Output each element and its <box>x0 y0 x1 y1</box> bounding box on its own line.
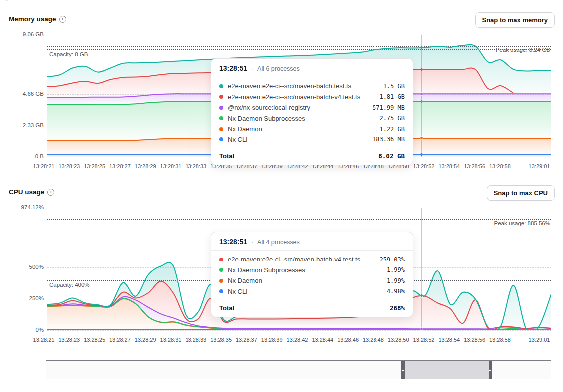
timeline-scrubber-track[interactable] <box>46 360 551 379</box>
x-axis-tick-label: 13:28:37 <box>236 337 257 343</box>
teal-series-dot-icon <box>219 84 223 88</box>
x-axis-tick-label: 13:28:33 <box>185 337 206 343</box>
x-axis-tick-label: 13:28:21 <box>33 163 55 169</box>
green-series-dot-icon <box>219 116 223 120</box>
memory-usage-title: Memory usage <box>9 15 56 23</box>
process-value: 183.36 MB <box>373 136 405 143</box>
tooltip-row: Nx Daemon Subprocesses2.75 GB <box>219 113 405 124</box>
process-name: Nx Daemon Subprocesses <box>228 115 375 122</box>
tooltip-row: e2e-maven:e2e-ci--src/maven-batch.test.t… <box>219 81 405 92</box>
x-axis-tick-label: 13:28:58 <box>489 163 511 169</box>
x-axis-tick-label: 13:28:46 <box>337 337 359 343</box>
x-axis-tick-label: 13:28:27 <box>109 337 131 343</box>
process-name: Nx Daemon <box>228 277 382 284</box>
process-name: e2e-maven:e2e-ci--src/maven-batch-v4.tes… <box>228 93 375 101</box>
x-axis-tick-label: 13:29:01 <box>529 337 550 343</box>
x-axis-tick-label: 13:28:35 <box>210 337 232 343</box>
scrubber-right-handle[interactable] <box>489 361 492 379</box>
x-axis-tick-label: 13:28:54 <box>438 163 460 169</box>
y-axis-tick-label: 0% <box>0 327 44 333</box>
tooltip-row: @nx/nx-source:local-registry571.99 MB <box>219 102 405 113</box>
orange-series-dot-icon <box>219 279 223 283</box>
process-value: 259.03% <box>379 256 405 263</box>
y-axis-tick-label: 4.66 GB <box>0 91 44 97</box>
process-value: 1.5 GB <box>383 83 405 90</box>
tooltip-row: Nx Daemon Subprocesses1.99% <box>219 265 405 276</box>
x-axis-tick-label: 13:28:27 <box>109 163 131 169</box>
purple-cursor-dot-icon <box>420 327 423 331</box>
tooltip-separator: · <box>251 239 253 246</box>
x-axis-tick-label: 13:28:21 <box>33 337 55 343</box>
x-axis-tick-label: 13:28:56 <box>464 337 485 343</box>
red-cursor-dot-icon <box>420 68 423 71</box>
purple-series-dot-icon <box>219 106 223 110</box>
tooltip-total-row: Total 268% <box>219 300 405 317</box>
memory-tooltip: 13:28:51 · All 6 processes e2e-maven:e2e… <box>211 58 413 165</box>
blue-series-dot-icon <box>219 289 223 293</box>
x-axis-tick-label: 13:28:54 <box>438 337 460 343</box>
tooltip-row: e2e-maven:e2e-ci--src/maven-batch-v4.tes… <box>219 254 405 265</box>
y-axis-tick-label: 974.12% <box>0 204 44 210</box>
x-axis-tick-label: 13:28:52 <box>413 337 435 343</box>
tooltip-time: 13:28:51 <box>219 238 247 246</box>
process-name: e2e-maven:e2e-ci--src/maven-batch.test.t… <box>228 82 379 90</box>
x-axis-tick-label: 13:28:48 <box>363 337 384 343</box>
x-axis-tick-label: 13:28:56 <box>464 163 485 169</box>
y-axis-tick-label: 2.33 GB <box>0 122 44 128</box>
red-series-dot-icon <box>219 258 223 261</box>
x-axis-tick-label: 13:29:01 <box>529 163 550 169</box>
tooltip-total-label: Total <box>219 304 234 312</box>
info-icon[interactable]: i <box>47 189 54 196</box>
snap-to-max-memory-button[interactable]: Snap to max memory <box>475 12 555 28</box>
gridline <box>47 330 551 331</box>
teal-cursor-dot-icon <box>420 294 423 297</box>
process-value: 571.99 MB <box>373 104 405 111</box>
snap-to-max-cpu-button[interactable]: Snap to max CPU <box>487 185 555 201</box>
x-axis-tick-label: 13:28:23 <box>58 337 80 343</box>
y-axis-tick-label: 500% <box>0 264 44 270</box>
x-axis-tick-label: 13:28:39 <box>261 337 283 343</box>
scrubber-left-handle[interactable] <box>401 361 405 379</box>
x-axis-tick-label: 13:28:25 <box>84 337 105 343</box>
y-axis-tick-label: 9.06 GB <box>0 31 44 37</box>
tooltip-header: 13:28:51 · All 6 processes <box>211 59 413 77</box>
top-panel-divider <box>4 0 563 1</box>
scrubber-selection[interactable] <box>401 361 492 379</box>
tooltip-subtitle: All 6 processes <box>257 65 300 72</box>
green-series-dot-icon <box>219 268 223 272</box>
process-value: 2.75 GB <box>379 115 405 122</box>
tooltip-total-label: Total <box>219 152 234 160</box>
tooltip-total-value: 268% <box>390 304 405 312</box>
orange-series-dot-icon <box>219 127 223 131</box>
x-axis-tick-label: 13:28:29 <box>135 337 156 343</box>
tooltip-rows: e2e-maven:e2e-ci--src/maven-batch-v4.tes… <box>211 251 413 298</box>
x-axis-tick-label: 13:28:31 <box>160 337 182 343</box>
cpu-usage-title: CPU usage <box>9 188 44 196</box>
x-axis-tick-label: 13:28:29 <box>135 163 156 169</box>
process-name: Nx CLI <box>228 136 368 143</box>
process-name: Nx CLI <box>228 288 382 295</box>
orange-cursor-dot-icon <box>420 136 423 140</box>
x-axis-tick-label: 13:28:23 <box>58 163 80 169</box>
green-cursor-dot-icon <box>420 100 423 103</box>
process-value: 4.98% <box>387 288 405 295</box>
process-name: @nx/nx-source:local-registry <box>228 104 368 111</box>
cpu-tooltip: 13:28:51 · All 4 processes e2e-maven:e2e… <box>211 232 413 317</box>
memory-section-header: Memory usage i <box>9 15 66 23</box>
tooltip-row: Nx Daemon1.99% <box>219 275 405 286</box>
y-axis-tick-label: 250% <box>0 295 44 301</box>
y-axis-tick-label: 0 B <box>0 153 44 159</box>
process-name: e2e-maven:e2e-ci--src/maven-batch-v4.tes… <box>228 256 375 263</box>
x-axis-tick-label: 13:28:31 <box>160 163 182 169</box>
tooltip-row: Nx CLI4.98% <box>219 286 405 297</box>
tooltip-separator: · <box>251 65 253 72</box>
x-axis-tick-label: 13:28:42 <box>287 337 308 343</box>
tooltip-total-value: 8.02 GB <box>378 152 405 160</box>
tooltip-row: e2e-maven:e2e-ci--src/maven-batch-v4.tes… <box>219 92 405 103</box>
blue-series-dot-icon <box>219 137 223 141</box>
tooltip-rows: e2e-maven:e2e-ci--src/maven-batch.test.t… <box>211 77 413 146</box>
red-series-dot-icon <box>219 95 223 99</box>
info-icon[interactable]: i <box>59 16 66 23</box>
process-value: 1.99% <box>387 277 405 284</box>
tooltip-time: 13:28:51 <box>219 64 247 72</box>
